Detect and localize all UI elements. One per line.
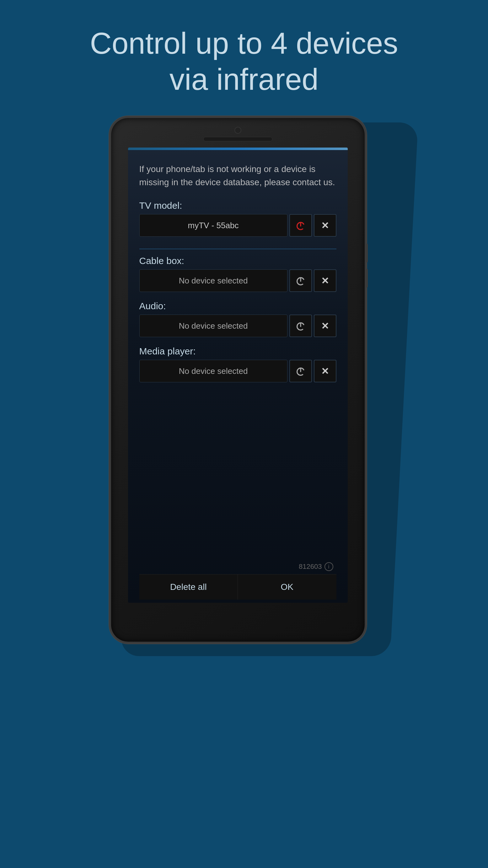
tv-clear-button[interactable]: ✕ xyxy=(314,214,336,237)
version-number: 812603 xyxy=(299,563,322,571)
audio-power-button[interactable] xyxy=(289,315,312,337)
tv-power-button[interactable] xyxy=(289,214,312,237)
audio-row: No device selected ✕ xyxy=(139,315,336,337)
bottom-buttons: Delete all OK xyxy=(139,574,336,599)
tv-field[interactable]: myTV - 55abc xyxy=(139,214,288,237)
cable-clear-button[interactable]: ✕ xyxy=(314,269,336,292)
audio-clear-button[interactable]: ✕ xyxy=(314,315,336,337)
volume-up-button[interactable] xyxy=(365,244,368,262)
info-text: If your phone/tab is not working or a de… xyxy=(139,163,336,189)
cable-label: Cable box: xyxy=(139,255,336,266)
phone-body: If your phone/tab is not working or a de… xyxy=(109,116,366,644)
screen-content: If your phone/tab is not working or a de… xyxy=(128,150,348,603)
device-section-audio: Audio: No device selected ✕ xyxy=(139,301,336,337)
info-icon[interactable]: i xyxy=(325,562,333,571)
media-power-button[interactable] xyxy=(289,360,312,382)
phone-top xyxy=(111,118,365,141)
device-section-media: Media player: No device selected ✕ xyxy=(139,346,336,382)
volume-down-button[interactable] xyxy=(365,269,368,287)
section-divider xyxy=(139,249,336,249)
ok-button[interactable]: OK xyxy=(238,575,336,599)
cable-field[interactable]: No device selected xyxy=(139,269,288,292)
speaker xyxy=(203,137,272,141)
media-field[interactable]: No device selected xyxy=(139,360,288,382)
tv-row: myTV - 55abc ✕ xyxy=(139,214,336,237)
page-title: Control up to 4 devices via infrared xyxy=(90,25,398,97)
phone-screen: If your phone/tab is not working or a de… xyxy=(128,148,348,603)
screen-bottom: 812603 i Delete all OK xyxy=(139,391,336,603)
audio-label: Audio: xyxy=(139,301,336,311)
cable-row: No device selected ✕ xyxy=(139,269,336,292)
phone-mockup: If your phone/tab is not working or a de… xyxy=(109,116,379,644)
media-clear-button[interactable]: ✕ xyxy=(314,360,336,382)
screen-accent-bar xyxy=(128,148,348,150)
delete-all-button[interactable]: Delete all xyxy=(139,575,238,599)
front-camera xyxy=(234,127,241,134)
device-section-tv: TV model: myTV - 55abc ✕ xyxy=(139,200,336,237)
version-row: 812603 i xyxy=(139,562,336,571)
media-row: No device selected ✕ xyxy=(139,360,336,382)
audio-field[interactable]: No device selected xyxy=(139,315,288,337)
tv-label: TV model: xyxy=(139,200,336,211)
device-section-cable: Cable box: No device selected ✕ xyxy=(139,255,336,292)
media-label: Media player: xyxy=(139,346,336,356)
cable-power-button[interactable] xyxy=(289,269,312,292)
